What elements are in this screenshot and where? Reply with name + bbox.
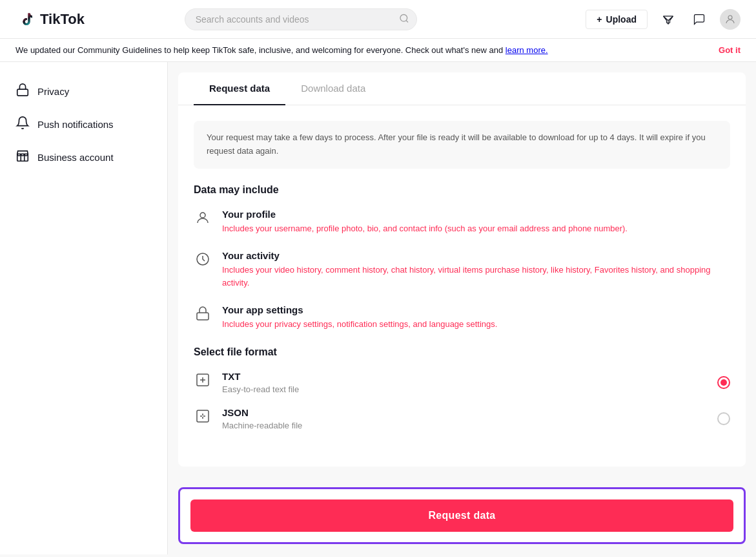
main-layout: Privacy Push notifications Business acco… xyxy=(0,62,756,554)
sidebar-item-push-notifications-label: Push notifications xyxy=(37,119,114,130)
sidebar: Privacy Push notifications Business acco… xyxy=(0,62,168,554)
request-data-button[interactable]: Request data xyxy=(190,499,733,532)
content-wrapper: Request data Download data Your request … xyxy=(168,62,756,554)
radio-unselected-indicator xyxy=(717,412,730,425)
format-section: Select file format TXT Easy-to-read text… xyxy=(194,346,730,430)
data-section-title: Data may include xyxy=(194,184,730,196)
upload-button[interactable]: + Upload xyxy=(586,10,648,29)
tab-download-data[interactable]: Download data xyxy=(285,72,381,105)
community-guidelines-banner: We updated our Community Guidelines to h… xyxy=(0,39,756,62)
sidebar-item-business-account[interactable]: Business account xyxy=(0,141,167,174)
json-format-title: JSON xyxy=(222,407,302,418)
txt-icon xyxy=(194,372,212,392)
header: TikTok + Upload xyxy=(0,0,756,39)
format-section-title: Select file format xyxy=(194,346,730,358)
radio-selected-indicator xyxy=(717,376,730,389)
upload-label: Upload xyxy=(606,14,637,25)
inbox-icon[interactable] xyxy=(689,9,710,30)
logo[interactable]: TikTok xyxy=(15,9,85,30)
profile-desc: Includes your username, profile photo, b… xyxy=(222,222,628,235)
logo-text: TikTok xyxy=(40,11,85,28)
svg-point-1 xyxy=(400,14,407,21)
search-bar xyxy=(185,8,417,30)
sidebar-item-push-notifications[interactable]: Push notifications xyxy=(0,108,167,141)
banner-text: We updated our Community Guidelines to h… xyxy=(15,45,548,55)
tab-request-data[interactable]: Request data xyxy=(194,72,285,105)
txt-format-title: TXT xyxy=(222,371,299,382)
plus-icon: + xyxy=(597,14,602,25)
svg-rect-8 xyxy=(197,410,209,422)
activity-title: Your activity xyxy=(222,250,730,261)
svg-rect-6 xyxy=(197,313,209,320)
avatar[interactable] xyxy=(720,9,741,30)
filter-icon[interactable] xyxy=(658,9,679,30)
app-settings-title: Your app settings xyxy=(222,304,497,315)
sidebar-item-privacy-label: Privacy xyxy=(37,86,69,97)
info-text: Your request may take a few days to proc… xyxy=(207,132,706,156)
txt-format-desc: Easy-to-read text file xyxy=(222,384,299,394)
settings-lock-icon xyxy=(194,306,212,325)
app-settings-desc: Includes your privacy settings, notifica… xyxy=(222,318,497,331)
svg-point-4 xyxy=(200,213,205,218)
content-panel: Request data Download data Your request … xyxy=(178,72,746,467)
txt-radio[interactable] xyxy=(717,376,730,389)
clock-icon xyxy=(194,251,212,271)
data-item-activity: Your activity Includes your video histor… xyxy=(194,250,730,289)
lock-icon xyxy=(15,83,30,100)
format-item-txt[interactable]: TXT Easy-to-read text file xyxy=(194,371,730,394)
content-body: Your request may take a few days to proc… xyxy=(178,105,746,459)
request-data-button-area: Request data xyxy=(178,487,746,544)
sidebar-item-privacy[interactable]: Privacy xyxy=(0,75,167,108)
bell-icon xyxy=(15,116,30,133)
store-icon xyxy=(15,149,30,166)
json-icon xyxy=(194,408,212,428)
activity-desc: Includes your video history, comment his… xyxy=(222,264,730,289)
svg-rect-3 xyxy=(17,89,28,96)
profile-title: Your profile xyxy=(222,209,628,220)
person-icon xyxy=(194,210,212,229)
tab-bar: Request data Download data xyxy=(178,72,746,105)
header-right: + Upload xyxy=(586,9,741,30)
got-it-button[interactable]: Got it xyxy=(719,45,741,55)
svg-point-2 xyxy=(728,16,732,19)
search-input[interactable] xyxy=(185,8,417,30)
json-radio[interactable] xyxy=(717,412,730,425)
info-box: Your request may take a few days to proc… xyxy=(194,121,730,169)
tiktok-logo-icon xyxy=(15,9,36,30)
data-item-profile: Your profile Includes your username, pro… xyxy=(194,209,730,235)
data-item-app-settings: Your app settings Includes your privacy … xyxy=(194,304,730,331)
format-item-json[interactable]: JSON Machine-readable file xyxy=(194,407,730,430)
sidebar-item-business-account-label: Business account xyxy=(37,152,114,163)
json-format-desc: Machine-readable file xyxy=(222,421,302,430)
search-icon xyxy=(399,13,409,25)
learn-more-link[interactable]: learn more. xyxy=(506,45,548,55)
